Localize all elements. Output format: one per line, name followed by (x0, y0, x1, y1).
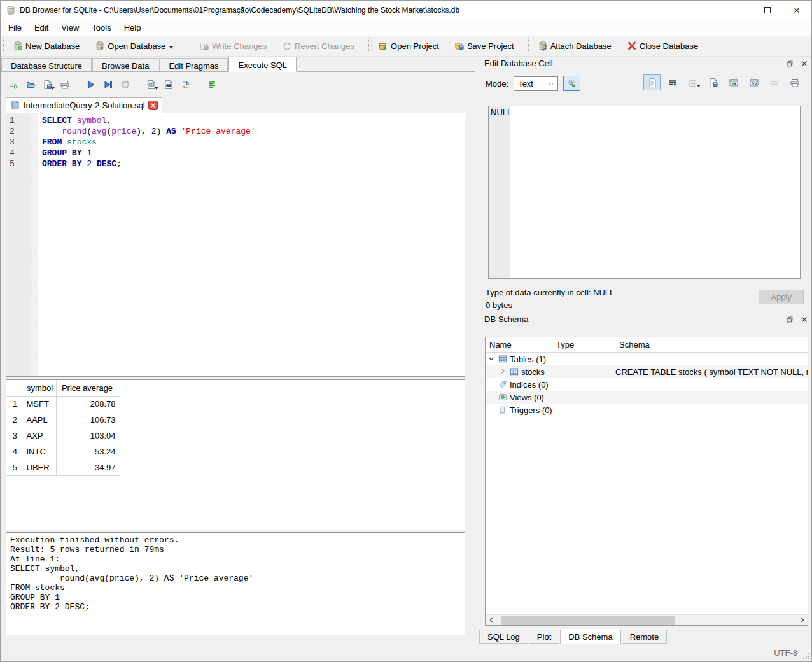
open-database-button[interactable]: Open Database (91, 39, 177, 53)
print-button[interactable] (56, 76, 73, 93)
tab-edit-pragmas[interactable]: Edit Pragmas (159, 58, 228, 71)
schema-row-indices-0-[interactable]: Indices (0) (486, 378, 808, 391)
maximize-button[interactable] (753, 1, 782, 20)
scrollbar-track[interactable] (496, 615, 797, 626)
float-panel-icon[interactable] (784, 314, 795, 325)
attach-database-button[interactable]: Attach Database (534, 39, 615, 53)
dropdown-caret-icon[interactable] (51, 87, 55, 90)
row-number[interactable]: 3 (6, 428, 24, 444)
schema-row-tables-1-[interactable]: Tables (1) (486, 353, 808, 365)
row-number[interactable]: 2 (6, 412, 24, 428)
row-number[interactable]: 1 (6, 396, 24, 412)
result-cell-symbol[interactable]: MSFT (24, 396, 56, 412)
result-cell-symbol[interactable]: INTC (24, 444, 56, 460)
results-corner-header[interactable] (6, 380, 24, 396)
execution-log[interactable]: Execution finished without errors. Resul… (6, 532, 465, 635)
export-results-button[interactable] (143, 76, 160, 93)
encoding-label: UTF-8 (774, 648, 797, 658)
cell-edit-toolbar (643, 74, 803, 90)
scroll-left-icon[interactable] (486, 615, 496, 626)
tab-browse-data[interactable]: Browse Data (92, 58, 158, 71)
results-table: symbolPrice average1MSFT208.782AAPL106.7… (6, 380, 120, 476)
column-header-type[interactable]: Type (552, 337, 615, 352)
set-null-button (766, 74, 783, 90)
column-header-schema[interactable]: Schema (615, 337, 808, 352)
row-number[interactable]: 5 (6, 460, 24, 475)
result-cell-price[interactable]: 34.97 (56, 460, 120, 475)
sql-editor[interactable]: 12345 SELECT symbol, round(avg(price), 2… (6, 113, 465, 377)
result-cell-symbol[interactable]: AXP (24, 428, 56, 444)
result-cell-price[interactable]: 53.24 (56, 444, 120, 460)
close-button[interactable]: ✕ (782, 1, 811, 20)
menu-edit[interactable]: Edit (28, 21, 55, 34)
chevron-down-icon[interactable] (486, 354, 497, 364)
code-line: round(avg(price), 2) AS 'Price average' (42, 126, 465, 137)
scroll-right-icon[interactable] (797, 615, 808, 626)
minimize-button[interactable]: — (724, 1, 753, 20)
result-cell-symbol[interactable]: AAPL (24, 412, 56, 428)
schema-row-triggers-0-[interactable]: Triggers (0) (486, 404, 808, 416)
result-cell-price[interactable]: 208.78 (56, 396, 120, 412)
sql-file-tab[interactable]: IntermediateQuery-2-Solution.sql (6, 97, 162, 113)
tab-database-structure[interactable]: Database Structure (1, 58, 92, 71)
auto-apply-button[interactable] (563, 76, 580, 91)
replace-button[interactable]: ba (177, 76, 194, 93)
close-panel-icon[interactable] (799, 58, 809, 69)
menu-file[interactable]: File (2, 21, 28, 34)
word-wrap-button[interactable] (664, 74, 681, 90)
dock-tab-sql-log[interactable]: SQL Log (479, 630, 528, 644)
dropdown-caret-icon[interactable] (169, 46, 173, 49)
new-tab-button[interactable] (4, 76, 22, 93)
format-sql-button[interactable] (203, 76, 220, 93)
open-sql-file-button[interactable] (22, 76, 39, 93)
chevron-right-icon[interactable] (497, 367, 508, 377)
chevron-spacer (486, 405, 497, 415)
save-sql-file-button[interactable] (39, 76, 56, 93)
schema-row-views-0-[interactable]: Views (0) (486, 391, 808, 404)
sql-file-icon (10, 100, 20, 110)
main-toolbar: New DatabaseOpen DatabaseWrite ChangesRe… (1, 36, 811, 57)
text-view-icon (647, 78, 657, 88)
cell-mode-select[interactable]: Text (514, 76, 558, 91)
column-header-name[interactable]: Name (486, 337, 552, 352)
result-cell-price[interactable]: 103.04 (56, 428, 120, 444)
execute-line-button[interactable] (99, 76, 116, 93)
schema-row-stocks[interactable]: stocksCREATE TABLE stocks ( symbol TEXT … (486, 365, 808, 378)
scrollbar-thumb[interactable] (501, 616, 675, 625)
save-cell-button[interactable] (704, 74, 722, 90)
print-cell-button[interactable] (786, 74, 803, 90)
dock-tab-plot[interactable]: Plot (529, 630, 559, 644)
result-cell-symbol[interactable]: UBER (24, 460, 56, 475)
menu-tools[interactable]: Tools (85, 21, 117, 34)
execute-all-button[interactable] (82, 76, 99, 93)
dock-tab-remote[interactable]: Remote (622, 630, 668, 644)
sql-code[interactable]: SELECT symbol, round(avg(price), 2) AS '… (38, 113, 465, 376)
menu-view[interactable]: View (55, 21, 85, 34)
results-header-symbol[interactable]: symbol (24, 380, 56, 396)
close-database-button[interactable]: Close Database (623, 39, 703, 53)
float-panel-icon[interactable] (784, 58, 795, 69)
new-database-button[interactable]: New Database (9, 39, 83, 53)
write-changes-button: Write Changes (195, 39, 270, 53)
cell-editor[interactable]: NULL (488, 106, 801, 279)
open-project-button[interactable]: Open Project (374, 39, 443, 53)
apply-button[interactable]: Apply (759, 290, 804, 304)
find-button[interactable] (160, 76, 177, 93)
result-cell-price[interactable]: 106.73 (56, 412, 120, 428)
dropdown-caret-icon[interactable] (155, 87, 158, 90)
link-cell-button[interactable] (745, 74, 762, 90)
text-view-button[interactable] (643, 74, 661, 90)
horizontal-scrollbar[interactable] (486, 614, 808, 625)
menu-help[interactable]: Help (118, 21, 148, 34)
results-header-price-average[interactable]: Price average (56, 380, 120, 396)
export-cell-button[interactable] (725, 74, 742, 90)
close-panel-icon[interactable] (799, 314, 809, 325)
dock-tab-db-schema[interactable]: DB Schema (560, 629, 620, 644)
close-tab-icon[interactable] (148, 101, 158, 110)
cell-size-info: 0 bytes (486, 300, 512, 310)
save-project-button[interactable]: Save Project (451, 39, 518, 53)
resize-grip[interactable] (803, 653, 809, 659)
row-number[interactable]: 4 (6, 444, 24, 460)
line-number: 1 (10, 115, 31, 126)
tab-execute-sql[interactable]: Execute SQL (228, 57, 297, 72)
